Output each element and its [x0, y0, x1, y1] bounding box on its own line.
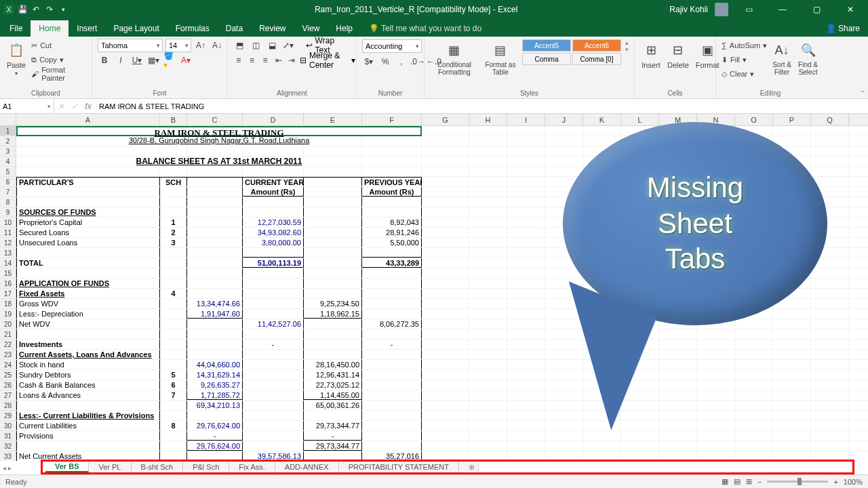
cell[interactable]: [583, 441, 621, 451]
tab-formulas[interactable]: Formulas: [167, 20, 218, 37]
cell[interactable]: [16, 197, 160, 207]
cell[interactable]: [507, 268, 545, 278]
cell[interactable]: [659, 380, 697, 390]
cell[interactable]: [16, 146, 160, 156]
cell[interactable]: [243, 370, 304, 380]
col-header-D[interactable]: D: [243, 114, 304, 125]
qat-more-icon[interactable]: ▾: [58, 5, 68, 14]
sheet-tab[interactable]: Fix Ass.: [229, 462, 275, 472]
style-accent6[interactable]: Accent6: [572, 39, 621, 52]
merge-center-button[interactable]: ⊟ Merge & Center ▾: [300, 54, 355, 66]
cell[interactable]: [422, 167, 469, 176]
cell[interactable]: [507, 146, 545, 156]
cell[interactable]: 29,73,344.77: [304, 421, 362, 430]
row-header[interactable]: 19: [0, 309, 16, 319]
cell[interactable]: [735, 401, 773, 410]
cell[interactable]: Stock in hand: [16, 360, 160, 369]
cell[interactable]: [243, 268, 304, 278]
cell[interactable]: [507, 401, 545, 410]
cell[interactable]: [469, 258, 507, 268]
font-combo[interactable]: Tahoma: [98, 39, 163, 52]
enter-formula-icon[interactable]: ✓: [68, 102, 81, 111]
redo-icon[interactable]: ↷: [45, 5, 54, 14]
cell[interactable]: [422, 177, 469, 186]
cell[interactable]: [187, 268, 243, 278]
cell[interactable]: [507, 421, 545, 430]
cell[interactable]: [362, 289, 422, 298]
save-icon[interactable]: 💾: [18, 5, 27, 14]
cell[interactable]: [362, 350, 422, 359]
row-header[interactable]: 23: [0, 350, 16, 360]
cell[interactable]: 6: [160, 380, 187, 390]
style-accent5[interactable]: Accent5: [522, 39, 571, 52]
cell[interactable]: [507, 238, 545, 247]
cell[interactable]: [659, 401, 697, 410]
row-header[interactable]: 20: [0, 319, 16, 329]
row-header[interactable]: 29: [0, 411, 16, 421]
cell[interactable]: PREVIOUS YEAR: [362, 177, 422, 186]
cell[interactable]: [160, 431, 187, 441]
cell[interactable]: [243, 309, 304, 319]
collapse-ribbon-icon[interactable]: ⌃: [860, 89, 865, 97]
cell[interactable]: [545, 441, 583, 451]
cell[interactable]: 51,00,113.19: [243, 258, 304, 268]
cell[interactable]: [160, 268, 187, 278]
cell[interactable]: Amount (Rs): [243, 187, 304, 197]
cell[interactable]: Proprietor's Capital: [16, 218, 160, 227]
cell[interactable]: [304, 218, 362, 227]
cell[interactable]: [422, 441, 469, 451]
cell[interactable]: [422, 319, 469, 329]
sort-filter-button[interactable]: A↓Sort & Filter: [771, 39, 793, 77]
cell[interactable]: [16, 167, 160, 176]
pagelayout-view-icon[interactable]: ▤: [734, 477, 741, 486]
cell[interactable]: [187, 146, 243, 156]
cell[interactable]: [362, 167, 422, 176]
cell[interactable]: [422, 248, 469, 258]
cell[interactable]: [507, 177, 545, 186]
cell[interactable]: [811, 411, 849, 420]
row-header[interactable]: 15: [0, 268, 16, 279]
cell[interactable]: [243, 390, 304, 400]
sheet-tab[interactable]: PROFITABILITY STATEMENT: [339, 462, 459, 472]
cell[interactable]: 29,73,344.77: [304, 441, 362, 451]
cell[interactable]: [811, 431, 849, 441]
cell[interactable]: [422, 258, 469, 268]
conditional-format-button[interactable]: ▦Conditional Formatting: [430, 39, 479, 77]
sheet-tab[interactable]: ADD-ANNEX: [275, 462, 339, 472]
cell[interactable]: [811, 380, 849, 390]
cell[interactable]: 8,06,272.35: [362, 319, 422, 329]
cell[interactable]: [304, 258, 362, 268]
cell[interactable]: [362, 299, 422, 308]
cell[interactable]: [773, 380, 811, 390]
cell[interactable]: [304, 329, 362, 339]
cell[interactable]: 12,27,030.59: [243, 218, 304, 227]
find-select-button[interactable]: 🔍Find & Select: [797, 39, 819, 77]
cell[interactable]: [422, 146, 469, 156]
cell[interactable]: [362, 380, 422, 390]
row-header[interactable]: 1: [0, 126, 16, 136]
cell[interactable]: [362, 370, 422, 380]
cell[interactable]: [469, 380, 507, 390]
cell[interactable]: [362, 146, 422, 156]
cell[interactable]: [243, 421, 304, 430]
row-header[interactable]: 25: [0, 370, 16, 380]
cell[interactable]: PARTICULAR'S: [16, 177, 160, 186]
fill-color-button[interactable]: 🪣▾: [163, 54, 176, 66]
cell[interactable]: 1,18,962.15: [304, 309, 362, 319]
cell[interactable]: [304, 411, 362, 420]
cell[interactable]: [422, 299, 469, 308]
cell[interactable]: 11,42,527.06: [243, 319, 304, 329]
cell[interactable]: [243, 197, 304, 207]
cell[interactable]: [304, 268, 362, 278]
cell[interactable]: [187, 218, 243, 227]
cell[interactable]: [422, 401, 469, 410]
tab-home[interactable]: Home: [31, 20, 68, 37]
tab-data[interactable]: Data: [218, 20, 251, 37]
row-header[interactable]: 28: [0, 401, 16, 411]
cell[interactable]: [304, 177, 362, 186]
cell[interactable]: Cash & Bank Balances: [16, 380, 160, 390]
cell[interactable]: [469, 350, 507, 359]
cell[interactable]: [243, 146, 304, 156]
row-header[interactable]: 24: [0, 360, 16, 370]
cell[interactable]: [16, 401, 160, 410]
